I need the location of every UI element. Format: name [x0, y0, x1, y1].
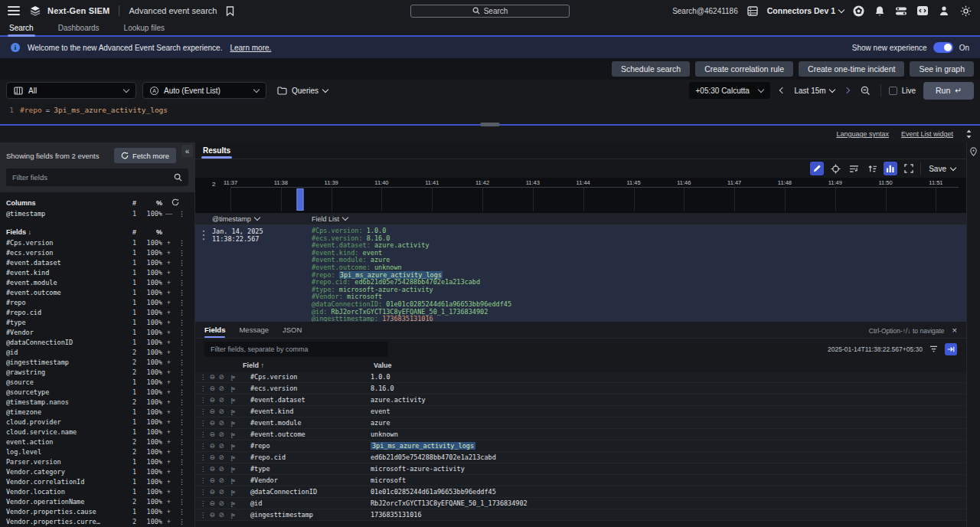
event-list-widget-link[interactable]: Event List widget	[901, 130, 953, 138]
create-correlation-rule-button[interactable]: Create correlation rule	[695, 61, 793, 77]
include-filter-icon[interactable]: ⊖	[207, 430, 217, 438]
row-menu-icon[interactable]: ⋮	[198, 419, 207, 427]
add-column-icon[interactable]: +	[162, 388, 175, 396]
exclude-filter-icon[interactable]: ⊘	[217, 396, 226, 404]
include-filter-icon[interactable]: ⊖	[207, 499, 217, 507]
row-menu-icon[interactable]: ⋮	[198, 373, 207, 381]
field-row[interactable]: #type 1 100% + ⋮	[0, 317, 194, 327]
bookmark-icon[interactable]	[223, 4, 237, 18]
annotate-pencil-icon[interactable]	[810, 162, 824, 175]
exclude-filter-icon[interactable]: ⊘	[217, 511, 226, 519]
queries-button[interactable]: Queries	[273, 87, 332, 95]
include-filter-icon[interactable]: ⊖	[207, 511, 217, 519]
field-menu-icon[interactable]: ⋮	[175, 438, 188, 446]
inspector-row[interactable]: ⋮ ⊖ ⊘ [≡ #event.module azure	[195, 417, 966, 429]
inspector-row[interactable]: ⋮ ⊖ ⊘ [≡ @dataConnectionID 01e01c0285244…	[195, 486, 966, 498]
field-row[interactable]: #event.module 1 100% + ⋮	[0, 277, 194, 287]
row-menu-icon[interactable]: ⋮	[198, 453, 207, 461]
fetch-more-button[interactable]: Fetch more	[114, 148, 176, 163]
field-menu-icon[interactable]: ⋮	[175, 388, 188, 396]
tab-message[interactable]: Message	[239, 326, 269, 338]
format-field-icon[interactable]: [≡	[226, 477, 240, 484]
new-experience-toggle[interactable]	[933, 42, 953, 53]
exclude-filter-icon[interactable]: ⊘	[217, 453, 226, 461]
add-column-icon[interactable]: +	[162, 339, 175, 346]
column-row[interactable]: @timestamp 1 100% — ⋮	[0, 208, 194, 218]
sort-down-icon[interactable]: ↓	[28, 228, 32, 236]
field-menu-icon[interactable]: ⋮	[175, 508, 188, 516]
field-menu-icon[interactable]: ⋮	[175, 518, 188, 525]
add-column-icon[interactable]: +	[162, 319, 175, 326]
add-column-icon[interactable]: +	[162, 428, 175, 436]
results-timeline-chart[interactable]: 2 11:37 11:38 11:39 11:40 11:41 11:42 11…	[195, 178, 966, 213]
field-menu-icon[interactable]: ⋮	[175, 368, 188, 376]
field-row[interactable]: @id 2 100% + ⋮	[0, 347, 194, 357]
row-menu-icon[interactable]: ⋮	[198, 476, 207, 484]
format-field-icon[interactable]: [≡	[226, 466, 240, 473]
field-menu-icon[interactable]: ⋮	[175, 458, 188, 466]
field-row[interactable]: @ingesttimestamp 2 100% + ⋮	[0, 357, 194, 367]
exclude-filter-icon[interactable]: ⊘	[217, 465, 226, 473]
field-row[interactable]: #event.kind 1 100% + ⋮	[0, 267, 194, 277]
add-column-icon[interactable]: +	[162, 349, 175, 356]
exclude-filter-icon[interactable]: ⊘	[217, 442, 226, 450]
include-filter-icon[interactable]: ⊖	[207, 373, 217, 381]
field-menu-icon[interactable]: ⋮	[175, 408, 188, 416]
collapse-sidebar-icon[interactable]: «	[181, 145, 193, 157]
format-field-icon[interactable]: [≡	[226, 443, 240, 450]
zoom-out-icon[interactable]	[859, 83, 873, 97]
field-row[interactable]: #ecs.version 1 100% + ⋮	[0, 247, 194, 257]
field-row[interactable]: #Cps.version 1 100% + ⋮	[0, 237, 194, 247]
field-row[interactable]: #repo.cid 1 100% + ⋮	[0, 307, 194, 317]
add-column-icon[interactable]: +	[162, 468, 175, 476]
row-menu-icon[interactable]: ⋮	[198, 488, 207, 496]
filter-funnel-icon[interactable]	[929, 345, 938, 353]
save-button[interactable]: Save	[929, 165, 956, 173]
tab-json[interactable]: JSON	[283, 326, 302, 338]
field-row[interactable]: @sourcetype 1 100% + ⋮	[0, 387, 194, 397]
field-row[interactable]: @timestamp.nanos 2 100% + ⋮	[0, 397, 194, 407]
live-checkbox[interactable]: Live	[889, 87, 916, 95]
field-row[interactable]: @dataConnectionID 1 100% + ⋮	[0, 337, 194, 347]
inspector-row[interactable]: ⋮ ⊖ ⊘ [≡ #event.dataset azure.activity	[195, 394, 966, 406]
add-column-icon[interactable]: +	[162, 398, 175, 406]
field-row[interactable]: log.level 2 100% + ⋮	[0, 447, 194, 457]
field-row[interactable]: Vendor.properties.cause 1 100% + ⋮	[0, 506, 194, 516]
scope-selector[interactable]: All	[6, 82, 136, 99]
event-list-icon[interactable]	[746, 4, 760, 18]
previous-range-icon[interactable]	[778, 86, 787, 95]
field-menu-icon[interactable]: ⋮	[175, 319, 188, 326]
field-menu-icon[interactable]: ⋮	[175, 498, 188, 506]
field-menu-icon[interactable]: ⋮	[175, 269, 188, 277]
exclude-filter-icon[interactable]: ⊘	[217, 373, 226, 381]
add-column-icon[interactable]: +	[162, 249, 175, 257]
format-field-icon[interactable]: [≡	[226, 397, 240, 404]
include-filter-icon[interactable]: ⊖	[207, 453, 217, 461]
row-menu-icon[interactable]: ⋮	[198, 442, 207, 450]
field-row[interactable]: Parser.version 1 100% + ⋮	[0, 457, 194, 466]
wrap-text-icon[interactable]	[847, 162, 861, 175]
inspector-row[interactable]: ⋮ ⊖ ⊘ [≡ #repo.cid ed6b21d05e754288bb470…	[195, 452, 966, 463]
refresh-columns-icon[interactable]	[162, 198, 188, 208]
row-menu-icon[interactable]: ⋮	[198, 385, 207, 392]
see-in-graph-button[interactable]: See in graph	[910, 61, 974, 77]
tab-fields[interactable]: Fields	[204, 326, 225, 338]
exclude-filter-icon[interactable]: ⊘	[217, 385, 226, 392]
falcon-logo-icon[interactable]	[29, 5, 41, 17]
format-field-icon[interactable]: [≡	[226, 500, 240, 507]
close-icon[interactable]: ×	[952, 326, 957, 335]
add-column-icon[interactable]: +	[162, 269, 175, 277]
row-menu-icon[interactable]: ⋮	[195, 227, 212, 242]
timestamp-column-header[interactable]: @timestamp	[212, 215, 312, 223]
field-menu-icon[interactable]: ⋮	[175, 239, 188, 247]
add-column-icon[interactable]: +	[162, 289, 175, 296]
tenant-selector[interactable]: Connectors Dev 1	[767, 6, 844, 15]
pin-icon[interactable]	[969, 147, 978, 156]
jump-to-event-icon[interactable]	[945, 343, 957, 355]
field-row[interactable]: Vendor.location 1 100% + ⋮	[0, 486, 194, 496]
field-menu-icon[interactable]: ⋮	[175, 279, 188, 286]
field-menu-icon[interactable]: ⋮	[175, 358, 188, 366]
add-column-icon[interactable]: +	[162, 448, 175, 456]
tab-search[interactable]: Search	[8, 24, 35, 35]
exclude-filter-icon[interactable]: ⊘	[217, 476, 226, 484]
